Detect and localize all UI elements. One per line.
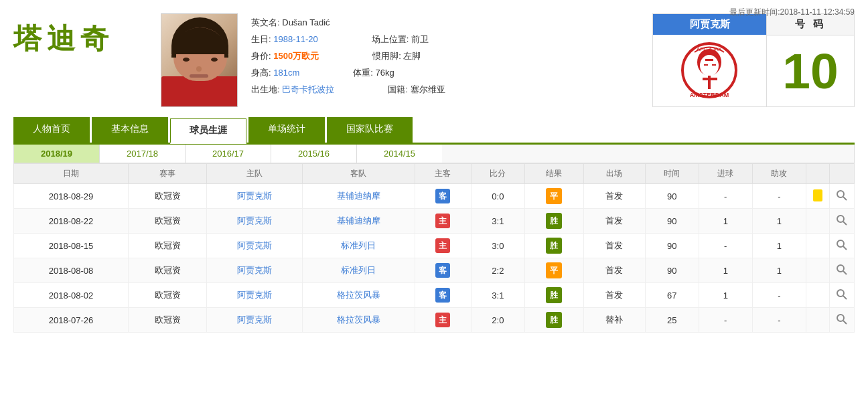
cell-date: 2018-08-02	[14, 283, 129, 308]
svg-point-19	[837, 290, 844, 297]
svg-line-16	[843, 246, 847, 250]
cell-score: 2:2	[471, 258, 524, 283]
tab-national[interactable]: 国家队比赛	[327, 117, 413, 143]
svg-line-22	[843, 321, 847, 324]
cell-search[interactable]	[830, 184, 855, 209]
cell-search[interactable]	[830, 308, 855, 333]
cell-home[interactable]: 阿贾克斯	[207, 209, 303, 234]
season-tab-2016[interactable]: 2016/17	[186, 145, 271, 163]
cell-card	[806, 184, 830, 209]
main-page: 最后更新时间:2018-11-11 12:34:59 塔迪奇	[0, 0, 868, 419]
svg-point-17	[837, 265, 844, 272]
cell-result: 胜	[524, 308, 583, 333]
cell-start: 首发	[583, 234, 645, 258]
cell-assists: -	[752, 308, 806, 333]
weight-label: 体重:	[353, 68, 373, 78]
foot-label: 惯用脚:	[372, 51, 401, 61]
height-value: 181cm	[273, 68, 299, 78]
cell-search[interactable]	[830, 209, 855, 234]
cell-date: 2018-08-22	[14, 209, 129, 234]
cell-venue: 主	[415, 209, 471, 234]
cell-away[interactable]: 标准列日	[302, 234, 415, 258]
season-tab-2017[interactable]: 2017/18	[100, 145, 186, 163]
cell-start: 首发	[583, 283, 645, 308]
cell-search[interactable]	[830, 258, 855, 283]
cell-venue: 客	[415, 258, 471, 283]
cell-time: 67	[645, 283, 699, 308]
tab-basic[interactable]: 基本信息	[92, 117, 168, 143]
col-comp: 赛事	[128, 164, 206, 184]
birthplace-label: 出生地:	[251, 84, 280, 94]
cell-assists: 1	[752, 258, 806, 283]
svg-text:AMSTERDAM: AMSTERDAM	[690, 92, 729, 98]
cell-score: 0:0	[471, 184, 524, 209]
cell-result: 胜	[524, 209, 583, 234]
col-away: 客队	[302, 164, 415, 184]
svg-rect-5	[704, 64, 708, 66]
cell-score: 3:0	[471, 234, 524, 258]
cell-card	[806, 258, 830, 283]
search-icon	[837, 190, 847, 201]
birthday-label: 生日:	[251, 34, 271, 44]
cell-assists: -	[752, 184, 806, 209]
cell-away[interactable]: 格拉茨风暴	[302, 308, 415, 333]
cell-away[interactable]: 基辅迪纳摩	[302, 184, 415, 209]
value-label: 身价:	[251, 51, 271, 61]
cell-goals: -	[699, 234, 752, 258]
cell-score: 3:1	[471, 209, 524, 234]
yellow-card	[813, 189, 822, 201]
cell-home[interactable]: 阿贾克斯	[207, 283, 303, 308]
cell-venue: 客	[415, 283, 471, 308]
tab-home[interactable]: 人物首页	[13, 117, 90, 143]
cell-goals: -	[699, 184, 752, 209]
player-photo	[161, 13, 238, 107]
cell-home[interactable]: 阿贾克斯	[207, 308, 303, 333]
cell-date: 2018-07-26	[14, 308, 129, 333]
col-start: 出场	[583, 164, 645, 184]
svg-rect-8	[703, 78, 717, 80]
cell-away[interactable]: 格拉茨风暴	[302, 283, 415, 308]
cell-date: 2018-08-29	[14, 184, 129, 209]
cell-card	[806, 283, 830, 308]
cell-search[interactable]	[830, 234, 855, 258]
club-section: 阿贾克斯	[652, 13, 855, 107]
club-logo: AMSTERDAM AFC AJAX	[653, 35, 766, 106]
cell-goals: 1	[699, 209, 752, 234]
cell-comp: 欧冠资	[128, 258, 206, 283]
cell-home[interactable]: 阿贾克斯	[207, 234, 303, 258]
career-table: 日期 赛事 主队 客队 主客 比分 结果 出场 时间 进球 助攻 2018-08…	[13, 163, 855, 333]
cell-goals: -	[699, 308, 752, 333]
svg-rect-6	[712, 64, 716, 66]
cell-card	[806, 234, 830, 258]
cell-time: 25	[645, 308, 699, 333]
weight-value: 76kg	[376, 68, 394, 78]
cell-venue: 主	[415, 308, 471, 333]
cell-home[interactable]: 阿贾克斯	[207, 258, 303, 283]
cell-away[interactable]: 标准列日	[302, 258, 415, 283]
cell-score: 3:1	[471, 283, 524, 308]
season-tabs: 2018/19 2017/18 2016/17 2015/16 2014/15	[13, 145, 855, 163]
cell-date: 2018-08-15	[14, 234, 129, 258]
season-tab-2015[interactable]: 2015/16	[271, 145, 357, 163]
main-tabs: 人物首页 基本信息 球员生涯 单场统计 国家队比赛	[13, 117, 855, 145]
name-en-label: 英文名:	[251, 17, 280, 27]
cell-start: 首发	[583, 209, 645, 234]
cell-home[interactable]: 阿贾克斯	[207, 184, 303, 209]
tab-career[interactable]: 球员生涯	[170, 118, 246, 144]
season-tab-2018[interactable]: 2018/19	[14, 145, 100, 163]
col-goals: 进球	[699, 164, 752, 184]
search-icon	[837, 289, 847, 300]
cell-venue: 主	[415, 234, 471, 258]
tab-single[interactable]: 单场统计	[248, 117, 325, 143]
update-time: 最后更新时间:2018-11-11 12:34:59	[729, 7, 855, 18]
cell-away[interactable]: 基辅迪纳摩	[302, 209, 415, 234]
player-number: 10	[767, 35, 854, 106]
player-title: 塔迪奇	[13, 7, 147, 58]
player-details: 英文名: Dušan Tadić 生日: 1988-11-20 场上位置: 前卫	[251, 7, 639, 100]
cell-search[interactable]	[830, 283, 855, 308]
season-tab-2014[interactable]: 2014/15	[357, 145, 442, 163]
cell-comp: 欧冠资	[128, 209, 206, 234]
search-icon	[837, 215, 847, 226]
cell-time: 90	[645, 209, 699, 234]
cell-venue: 客	[415, 184, 471, 209]
